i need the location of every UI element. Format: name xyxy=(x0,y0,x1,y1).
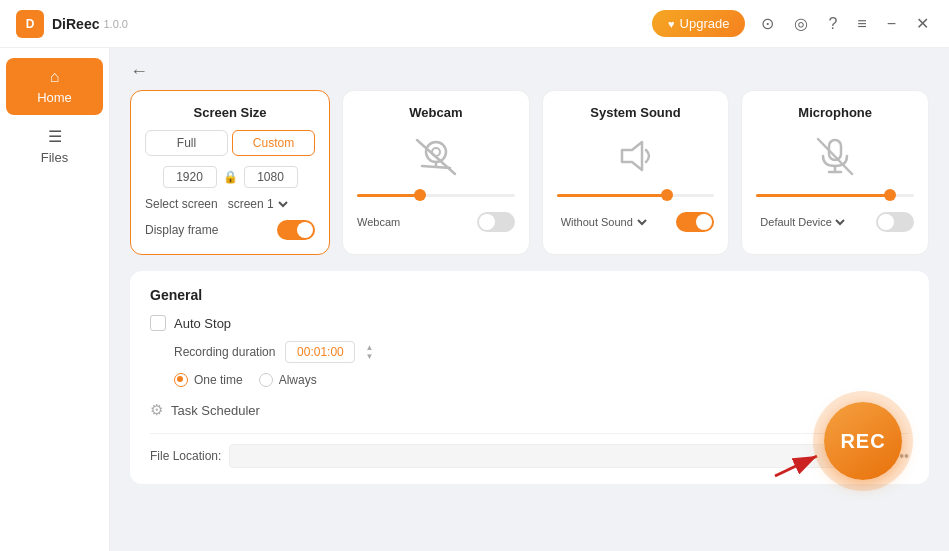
file-location-label: File Location: xyxy=(150,449,221,463)
auto-stop-checkbox[interactable] xyxy=(150,315,166,331)
system-sound-body: Without Sound With Sound xyxy=(557,130,715,232)
microphone-toggle[interactable] xyxy=(876,212,914,232)
microphone-bottom-row: Default Device xyxy=(756,212,914,232)
microphone-body: Default Device xyxy=(756,130,914,232)
sidebar-item-files[interactable]: ☰ Files xyxy=(6,117,103,175)
always-radio[interactable] xyxy=(259,373,273,387)
svg-line-11 xyxy=(775,456,817,476)
webcam-title: Webcam xyxy=(357,105,515,120)
webcam-card: Webcam xyxy=(342,90,530,255)
sidebar-item-files-label: Files xyxy=(41,150,68,165)
svg-marker-5 xyxy=(622,142,642,170)
coin-button[interactable]: ⊙ xyxy=(757,12,778,35)
close-button[interactable]: ✕ xyxy=(912,12,933,35)
recording-duration-label: Recording duration xyxy=(174,345,275,359)
window-controls: ♥ Upgrade ⊙ ◎ ? ≡ − ✕ xyxy=(652,10,933,37)
minimize-button[interactable]: − xyxy=(883,13,900,35)
select-screen-row: Select screen screen 1 screen 2 xyxy=(145,196,315,212)
screen-select[interactable]: screen 1 screen 2 xyxy=(224,196,291,212)
auto-stop-row: Auto Stop xyxy=(150,315,909,331)
target-button[interactable]: ◎ xyxy=(790,12,812,35)
display-frame-toggle[interactable] xyxy=(277,220,315,240)
upgrade-button[interactable]: ♥ Upgrade xyxy=(652,10,745,37)
webcam-slider-fill xyxy=(357,194,420,197)
cards-row: Screen Size Full Custom 🔒 Select screen xyxy=(130,90,929,255)
recurrence-row: One time Always xyxy=(150,373,909,387)
microphone-slider[interactable] xyxy=(756,188,914,202)
webcam-toggle[interactable] xyxy=(477,212,515,232)
titlebar: D DiReec 1.0.0 ♥ Upgrade ⊙ ◎ ? ≡ − ✕ xyxy=(0,0,949,48)
system-sound-toggle[interactable] xyxy=(676,212,714,232)
upgrade-label: Upgrade xyxy=(680,16,730,31)
app-name: DiReec xyxy=(52,16,99,32)
task-scheduler-label: Task Scheduler xyxy=(171,403,260,418)
rec-outer-ring: REC xyxy=(813,391,913,491)
back-button[interactable]: ← xyxy=(130,62,148,80)
svg-line-4 xyxy=(417,140,455,174)
webcam-icon xyxy=(414,134,458,178)
rec-container: REC xyxy=(813,391,913,491)
app-logo: D xyxy=(16,10,44,38)
duration-row: Recording duration ▲ ▼ xyxy=(150,341,909,363)
duration-input[interactable] xyxy=(285,341,355,363)
one-time-radio[interactable] xyxy=(174,373,188,387)
heart-icon: ♥ xyxy=(668,18,675,30)
system-sound-fill xyxy=(557,194,667,197)
files-icon: ☰ xyxy=(48,127,62,146)
default-device-select[interactable]: Default Device xyxy=(756,215,848,229)
always-label: Always xyxy=(279,373,317,387)
size-tabs: Full Custom xyxy=(145,130,315,156)
microphone-fill xyxy=(756,194,890,197)
microphone-title: Microphone xyxy=(756,105,914,120)
select-screen-label: Select screen xyxy=(145,197,218,211)
system-sound-title: System Sound xyxy=(557,105,715,120)
task-scheduler-row[interactable]: ⚙ Task Scheduler xyxy=(150,401,909,419)
webcam-body: Webcam xyxy=(357,130,515,232)
screen-size-card: Screen Size Full Custom 🔒 Select screen xyxy=(130,90,330,255)
sidebar-item-home[interactable]: ⌂ Home xyxy=(6,58,103,115)
rec-label: REC xyxy=(840,430,885,452)
menu-button[interactable]: ≡ xyxy=(853,13,870,35)
one-time-option[interactable]: One time xyxy=(174,373,243,387)
sidebar-item-home-label: Home xyxy=(37,90,72,105)
gear-icon: ⚙ xyxy=(150,401,163,419)
microphone-icon-area xyxy=(813,130,857,182)
home-icon: ⌂ xyxy=(50,68,60,86)
sound-icon xyxy=(614,134,658,178)
system-sound-slider-track xyxy=(557,194,715,197)
system-sound-bottom-row: Without Sound With Sound xyxy=(557,212,715,232)
microphone-thumb xyxy=(884,189,896,201)
webcam-bottom-row: Webcam xyxy=(357,212,515,232)
logo-text: D xyxy=(26,17,35,31)
system-sound-slider[interactable] xyxy=(557,188,715,202)
display-frame-label: Display frame xyxy=(145,223,218,237)
system-sound-thumb xyxy=(661,189,673,201)
webcam-slider-track xyxy=(357,194,515,197)
rec-button[interactable]: REC xyxy=(824,402,902,480)
arrow-up-icon: ▲ xyxy=(365,343,373,352)
system-sound-card: System Sound xyxy=(542,90,730,255)
duration-arrows[interactable]: ▲ ▼ xyxy=(365,343,373,361)
full-tab[interactable]: Full xyxy=(145,130,228,156)
without-sound-select[interactable]: Without Sound With Sound xyxy=(557,215,650,229)
custom-tab[interactable]: Custom xyxy=(232,130,315,156)
webcam-slider-thumb xyxy=(414,189,426,201)
width-input[interactable] xyxy=(163,166,217,188)
one-time-label: One time xyxy=(194,373,243,387)
webcam-bottom-label: Webcam xyxy=(357,216,400,228)
system-sound-icon-area xyxy=(614,130,658,182)
app-version: 1.0.0 xyxy=(103,18,127,30)
screen-size-title: Screen Size xyxy=(145,105,315,120)
sidebar: ⌂ Home ☰ Files xyxy=(0,48,110,551)
auto-stop-label: Auto Stop xyxy=(174,316,231,331)
webcam-icon-area xyxy=(414,130,458,182)
always-option[interactable]: Always xyxy=(259,373,317,387)
size-inputs: 🔒 xyxy=(145,166,315,188)
webcam-slider[interactable] xyxy=(357,188,515,202)
height-input[interactable] xyxy=(244,166,298,188)
microphone-slider-track xyxy=(756,194,914,197)
microphone-icon xyxy=(813,134,857,178)
display-frame-row: Display frame xyxy=(145,220,315,240)
help-button[interactable]: ? xyxy=(824,13,841,35)
lock-icon: 🔒 xyxy=(223,170,238,184)
